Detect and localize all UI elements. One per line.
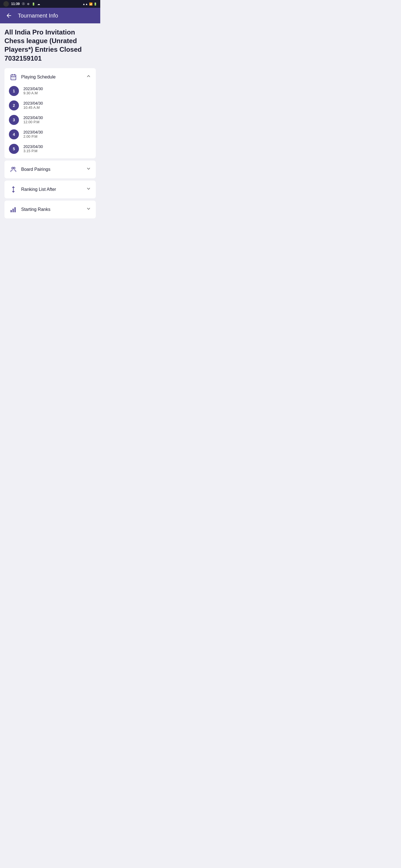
battery-alt-icon: 🔋 xyxy=(32,2,35,6)
schedule-list: 1 2023/04/30 9.30 A.M 2 2023/04/30 10.45… xyxy=(4,86,96,158)
schedule-time: 12.00 P.M xyxy=(23,120,43,124)
settings-icon: ⚙ xyxy=(27,2,30,6)
schedule-time: 2.00 P.M xyxy=(23,134,43,138)
battery-icon: 🔋 xyxy=(93,2,97,6)
status-bar: 11:39 Ⓐ ⚙ 🔋 ☁ ▲▲ 📶 🔋 xyxy=(0,0,100,8)
ranking-list-after-icon xyxy=(9,185,18,194)
svg-point-8 xyxy=(13,167,15,169)
round-badge-2: 2 xyxy=(9,100,19,111)
schedule-item: 1 2023/04/30 9.30 A.M xyxy=(9,86,91,96)
round-badge-4: 4 xyxy=(9,129,19,140)
back-button[interactable] xyxy=(4,11,13,20)
svg-rect-0 xyxy=(11,75,16,80)
main-content: All India Pro Invitation Chess league (U… xyxy=(0,23,100,225)
app-bar-title: Tournament Info xyxy=(18,12,58,19)
section-header-starting-ranks[interactable]: Starting Ranks xyxy=(4,200,96,218)
tournament-title: All India Pro Invitation Chess league (U… xyxy=(4,28,96,63)
playing-schedule-icon xyxy=(9,72,18,82)
board-pairings-icon xyxy=(9,165,18,174)
round-badge-1: 1 xyxy=(9,86,19,96)
section-header-ranking-list-after[interactable]: Ranking List After xyxy=(4,181,96,198)
section-label-board-pairings: Board Pairings xyxy=(21,167,50,172)
svg-rect-6 xyxy=(14,78,15,78)
section-board-pairings: Board Pairings xyxy=(4,160,96,178)
schedule-time: 3.15 P.M xyxy=(23,149,43,153)
chevron-starting-ranks xyxy=(86,206,91,213)
chevron-board-pairings xyxy=(86,166,91,173)
schedule-time: 9.30 A.M xyxy=(23,91,43,95)
starting-ranks-icon xyxy=(9,205,18,214)
schedule-date: 2023/04/30 xyxy=(23,116,43,120)
schedule-details: 2023/04/30 12.00 P.M xyxy=(23,116,43,124)
wifi-icon: 📶 xyxy=(89,2,92,6)
schedule-details: 2023/04/30 2.00 P.M xyxy=(23,130,43,138)
camera-circle xyxy=(3,1,9,7)
section-header-board-pairings[interactable]: Board Pairings xyxy=(4,160,96,178)
schedule-date: 2023/04/30 xyxy=(23,101,43,105)
chevron-ranking-list-after xyxy=(86,186,91,193)
schedule-item: 4 2023/04/30 2.00 P.M xyxy=(9,129,91,140)
section-label-playing-schedule: Playing Schedule xyxy=(21,74,56,80)
schedule-date: 2023/04/30 xyxy=(23,145,43,149)
app-bar: Tournament Info xyxy=(0,8,100,23)
chevron-playing-schedule xyxy=(86,73,91,81)
schedule-details: 2023/04/30 3.15 P.M xyxy=(23,145,43,153)
round-badge-5: 5 xyxy=(9,144,19,154)
svg-rect-5 xyxy=(13,78,13,78)
status-time: 11:39 xyxy=(11,2,20,6)
section-header-left-starting-ranks: Starting Ranks xyxy=(9,205,50,214)
section-label-ranking-list-after: Ranking List After xyxy=(21,187,56,192)
signal-icon: ▲▲ xyxy=(82,2,88,6)
status-icons-right: ▲▲ 📶 🔋 xyxy=(82,2,97,6)
schedule-date: 2023/04/30 xyxy=(23,87,43,91)
svg-rect-12 xyxy=(15,207,16,212)
section-header-left-playing-schedule: Playing Schedule xyxy=(9,72,56,82)
svg-rect-11 xyxy=(12,209,13,212)
schedule-item: 5 2023/04/30 3.15 P.M xyxy=(9,144,91,154)
schedule-item: 3 2023/04/30 12.00 P.M xyxy=(9,115,91,125)
schedule-date: 2023/04/30 xyxy=(23,130,43,134)
section-playing-schedule: Playing Schedule 1 2023/04/30 9.30 A.M 2… xyxy=(4,68,96,158)
schedule-details: 2023/04/30 10.45 A.M xyxy=(23,101,43,110)
section-header-left-ranking-list-after: Ranking List After xyxy=(9,185,56,194)
svg-rect-10 xyxy=(10,210,12,212)
section-label-starting-ranks: Starting Ranks xyxy=(21,207,50,212)
status-bar-left: 11:39 Ⓐ ⚙ 🔋 ☁ xyxy=(3,1,40,7)
section-starting-ranks: Starting Ranks xyxy=(4,200,96,218)
schedule-details: 2023/04/30 9.30 A.M xyxy=(23,87,43,95)
round-badge-3: 3 xyxy=(9,115,19,125)
sections-container: Playing Schedule 1 2023/04/30 9.30 A.M 2… xyxy=(4,68,96,218)
android-icon: Ⓐ xyxy=(22,2,25,6)
cloud-icon: ☁ xyxy=(37,2,40,6)
section-header-playing-schedule[interactable]: Playing Schedule xyxy=(4,68,96,86)
svg-rect-4 xyxy=(12,78,12,78)
section-ranking-list-after: Ranking List After xyxy=(4,181,96,198)
schedule-item: 2 2023/04/30 10.45 A.M xyxy=(9,100,91,111)
section-header-left-board-pairings: Board Pairings xyxy=(9,165,50,174)
schedule-time: 10.45 A.M xyxy=(23,105,43,110)
